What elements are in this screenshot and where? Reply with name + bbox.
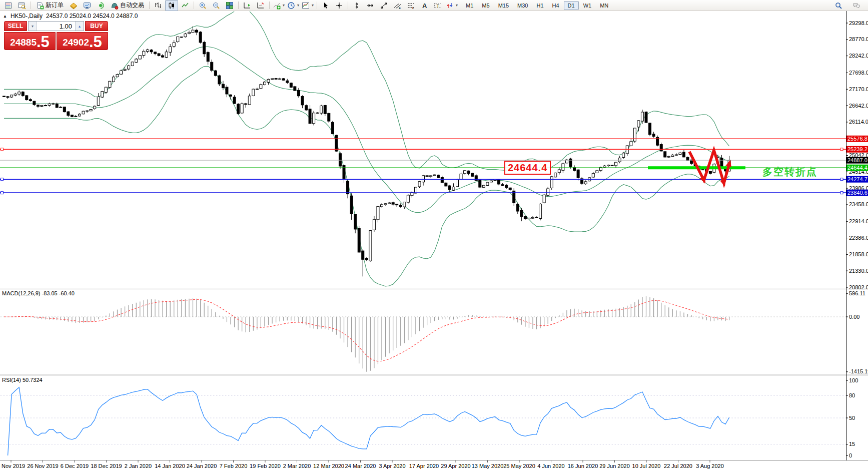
svg-text:24644.4: 24644.4 xyxy=(847,165,867,171)
volume-increase-button[interactable]: ▴ xyxy=(75,22,84,31)
periods-icon[interactable]: ▾ xyxy=(286,0,300,11)
line-chart-icon[interactable] xyxy=(179,0,192,11)
hline-glyph xyxy=(366,2,374,10)
periods-icon-caret: ▾ xyxy=(297,3,299,8)
vertical-line-icon[interactable] xyxy=(350,0,363,11)
candles xyxy=(3,26,731,276)
period-H1[interactable]: H1 xyxy=(532,1,547,10)
line-handle[interactable] xyxy=(840,148,843,151)
template-glyph xyxy=(302,2,310,10)
svg-text:22386.0: 22386.0 xyxy=(849,235,868,241)
market-watch-icon[interactable] xyxy=(2,0,15,11)
tile-windows-icon[interactable] xyxy=(223,0,236,11)
volume-decrease-button[interactable]: ▾ xyxy=(29,22,37,31)
period-H4[interactable]: H4 xyxy=(548,1,563,10)
line-handle[interactable] xyxy=(840,192,843,194)
sell-button[interactable]: SELL xyxy=(4,21,27,31)
period-M15[interactable]: M15 xyxy=(494,1,513,10)
svg-text:10 Jul 2020: 10 Jul 2020 xyxy=(632,463,661,469)
sell-price-main: 24885 xyxy=(10,36,37,49)
svg-text:21858.0: 21858.0 xyxy=(849,251,868,257)
volume-stepper: ▾ 1.00 ▴ xyxy=(28,21,84,31)
chart-canvas[interactable]: 29298.028770.028242.027698.027170.026642… xyxy=(0,0,868,473)
arrows-icon[interactable]: ▾ xyxy=(445,0,459,11)
horizontal-line-icon[interactable] xyxy=(364,0,377,11)
fibonacci-icon[interactable]: F xyxy=(404,0,417,11)
period-MN[interactable]: MN xyxy=(596,1,612,10)
text-glyph: A xyxy=(420,2,428,10)
toolbar-separator xyxy=(149,2,150,9)
buy-button[interactable]: BUY xyxy=(85,21,108,31)
mt4-window: 新订单自动交易▾▾▾EFAT▾ M1M5M15M30H1H4D1W1MN 292… xyxy=(0,0,868,473)
one-click-trading-panel: SELL ▾ 1.00 ▴ BUY 24885.5 24902.5 xyxy=(4,21,108,50)
new-order-button[interactable]: 新订单 xyxy=(33,0,67,11)
indicators-icon[interactable]: ▾ xyxy=(272,0,286,11)
period-M1[interactable]: M1 xyxy=(462,1,477,10)
svg-text:4 Nov 2019: 4 Nov 2019 xyxy=(0,463,25,469)
turning-point-annotation[interactable]: 多空转折点 xyxy=(762,165,817,179)
macd-axis[interactable]: 596.110.00-1415.19 xyxy=(846,290,868,374)
svg-text:25576.8: 25576.8 xyxy=(847,136,867,142)
sell-price-decimal: .5 xyxy=(37,35,50,49)
channel-glyph: E xyxy=(393,2,401,10)
toolbar-separator xyxy=(348,2,348,9)
data-window-icon[interactable] xyxy=(16,0,29,11)
svg-text:24 Mar 2020: 24 Mar 2020 xyxy=(345,463,376,469)
cursor-icon[interactable] xyxy=(319,0,332,11)
bar-chart-icon[interactable] xyxy=(152,0,165,11)
sell-price[interactable]: 24885.5 xyxy=(4,32,56,50)
buy-price[interactable]: 24902.5 xyxy=(57,32,108,50)
rsi-line xyxy=(8,387,729,455)
price-annotation-box[interactable]: 24644.4 xyxy=(504,161,551,175)
svg-text:7 Feb 2020: 7 Feb 2020 xyxy=(220,463,248,469)
toolbar-separator xyxy=(238,2,239,9)
svg-text:-1415.19: -1415.19 xyxy=(849,368,868,374)
chart-shift-icon[interactable] xyxy=(254,0,267,11)
notifications-icon[interactable] xyxy=(94,0,107,11)
auto-scroll-icon[interactable] xyxy=(241,0,254,11)
strategy-tester-icon[interactable] xyxy=(81,0,94,11)
svg-text:18 Dec 2019: 18 Dec 2019 xyxy=(91,463,122,469)
line-handle[interactable] xyxy=(1,178,4,181)
rsi-axis[interactable]: 1008050150 xyxy=(846,377,858,458)
toolbar-separator xyxy=(31,2,31,9)
crosshair-icon[interactable] xyxy=(333,0,346,11)
zoom-out-icon[interactable] xyxy=(210,0,223,11)
toolbar-right-icons xyxy=(832,0,866,11)
rsi-pane xyxy=(0,387,846,455)
line-handle[interactable] xyxy=(840,178,843,181)
autotrading-button-label: 自动交易 xyxy=(120,1,144,10)
line-handle[interactable] xyxy=(1,192,4,194)
period-W1[interactable]: W1 xyxy=(579,1,596,10)
trendline-icon[interactable] xyxy=(377,0,390,11)
svg-text:28242.0: 28242.0 xyxy=(849,53,868,59)
autotrading-button[interactable]: 自动交易 xyxy=(108,0,147,11)
templates-icon[interactable]: ▾ xyxy=(301,0,315,11)
text-icon[interactable]: A xyxy=(418,0,431,11)
community-chat-icon[interactable] xyxy=(850,0,863,11)
svg-text:15: 15 xyxy=(849,441,855,447)
candlestick-chart-icon[interactable] xyxy=(165,0,178,11)
zoom-in-icon[interactable] xyxy=(196,0,209,11)
period-M30[interactable]: M30 xyxy=(513,1,532,10)
autoscroll-glyph xyxy=(243,2,251,10)
arrows-glyph xyxy=(446,2,454,10)
metaeditor-glyph xyxy=(70,2,78,10)
line-handle[interactable] xyxy=(1,148,4,151)
svg-text:6 Dec 2019: 6 Dec 2019 xyxy=(61,463,89,469)
toolbar-separator xyxy=(269,2,270,9)
volume-value[interactable]: 1.00 xyxy=(37,22,75,31)
period-D1[interactable]: D1 xyxy=(564,1,579,10)
date-axis[interactable]: 4 Nov 201926 Nov 20196 Dec 201918 Dec 20… xyxy=(0,460,724,469)
macd-histogram xyxy=(0,296,846,372)
svg-text:3 Apr 2020: 3 Apr 2020 xyxy=(379,463,405,469)
metaeditor-icon[interactable] xyxy=(67,0,80,11)
equidistant-channel-icon[interactable]: E xyxy=(391,0,404,11)
bollinger-bands xyxy=(4,8,729,286)
price-axis[interactable]: 29298.028770.028242.027698.027170.026642… xyxy=(846,20,868,290)
text-label-icon[interactable]: T xyxy=(431,0,444,11)
autotrading-glyph xyxy=(111,2,119,10)
period-M5[interactable]: M5 xyxy=(478,1,493,10)
search-icon[interactable] xyxy=(832,0,845,11)
svg-text:3 Aug 2020: 3 Aug 2020 xyxy=(696,463,724,469)
